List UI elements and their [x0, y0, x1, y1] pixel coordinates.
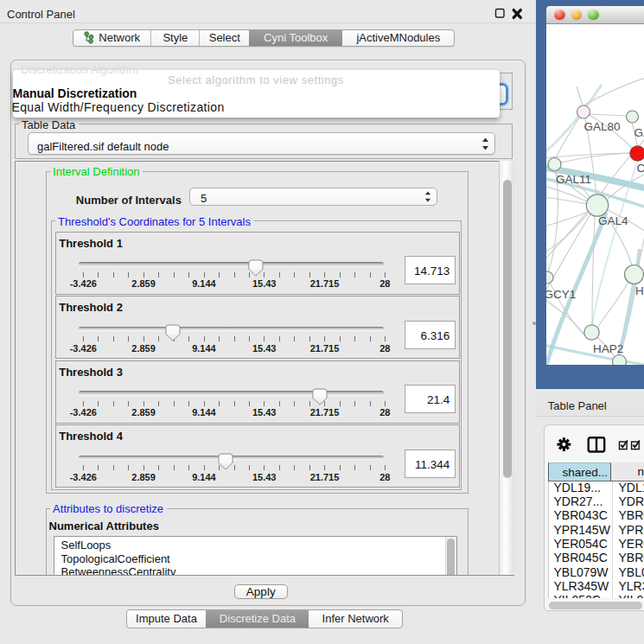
svg-text:GAL11: GAL11	[556, 173, 591, 186]
svg-text:GAL80: GAL80	[584, 120, 621, 133]
svg-text:GCY1: GCY1	[546, 288, 576, 301]
svg-text:GAL4: GAL4	[598, 214, 628, 227]
svg-text:GA: GA	[634, 126, 644, 139]
svg-text:C: C	[637, 162, 644, 175]
svg-text:HA: HA	[635, 284, 644, 297]
svg-text:HAP2: HAP2	[593, 342, 623, 355]
